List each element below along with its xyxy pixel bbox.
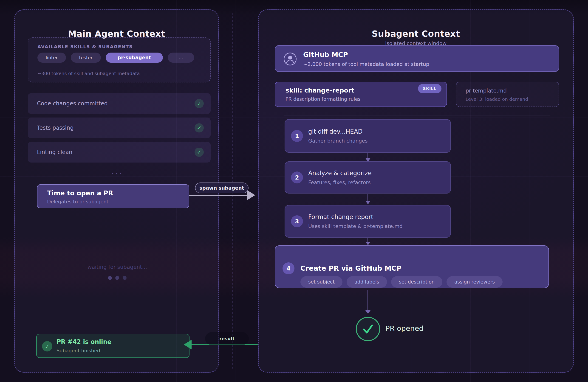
step-number-badge: 1 xyxy=(291,130,303,142)
flow-arrow-line xyxy=(368,290,368,311)
step-number-badge: 2 xyxy=(291,171,303,183)
skills-chip-row: linter tester pr-subagent ... xyxy=(38,53,194,63)
subagent-panel-title: Subagent Context xyxy=(259,29,573,39)
result-label: result xyxy=(205,332,249,345)
checklist-item-label: Tests passing xyxy=(37,125,74,131)
step-title: Format change report xyxy=(308,214,403,220)
loading-dots xyxy=(15,276,220,280)
task-card-subtitle: Delegates to pr-subagent xyxy=(47,199,108,204)
action-chip-add-labels: add labels xyxy=(347,276,387,288)
pr-online-title: PR #42 is online xyxy=(57,338,111,345)
spawn-arrow-line xyxy=(189,195,247,196)
pr-opened-check-icon xyxy=(356,317,380,341)
github-mcp-card: GitHub MCP ~2,000 tokens of tool metadat… xyxy=(275,45,559,72)
result-arrow-head-icon xyxy=(184,340,191,349)
skill-card-title: skill: change-report xyxy=(286,87,354,94)
waiting-for-subagent-text: waiting for subagent... xyxy=(15,264,220,270)
pr-online-subtitle: Subagent finished xyxy=(57,348,100,354)
template-card-subtitle: Level 3: loaded on demand xyxy=(465,96,528,102)
pr-online-card: ✓ PR #42 is online Subagent finished xyxy=(36,334,189,358)
step-title: git diff dev...HEAD xyxy=(308,128,368,135)
check-circle-icon: ✓ xyxy=(194,123,204,132)
spawn-subagent-label: spawn subagent xyxy=(195,182,249,193)
step-number-badge: 3 xyxy=(291,215,303,227)
mcp-card-subtitle: ~2,000 tokens of tool metadata loaded at… xyxy=(303,61,429,67)
step-1-git-diff: 1 git diff dev...HEAD Gather branch chan… xyxy=(285,119,451,153)
main-agent-context-panel: Main Agent Context AVAILABLE SKILLS & SU… xyxy=(14,9,219,373)
skill-card-subtitle: PR description formatting rules xyxy=(286,96,360,102)
skill-badge: SKILL xyxy=(418,84,441,93)
flow-arrow-head-icon xyxy=(365,310,371,314)
checklist-item-label: Code changes committed xyxy=(37,100,108,107)
checklist-item-code-committed: Code changes committed ✓ xyxy=(28,93,211,114)
task-card-title: Time to open a PR xyxy=(47,189,113,197)
pr-opened-label: PR opened xyxy=(385,324,423,332)
checklist-item-label: Linting clean xyxy=(37,149,72,155)
check-circle-icon: ✓ xyxy=(194,99,204,108)
skill-chip-more: ... xyxy=(168,53,194,63)
resources-divider xyxy=(284,115,550,116)
check-circle-icon: ✓ xyxy=(194,148,204,157)
step-title: Analyze & categorize xyxy=(308,170,372,177)
diagram-canvas: Main Agent Context AVAILABLE SKILLS & SU… xyxy=(0,0,588,382)
step-subtitle: Features, fixes, refactors xyxy=(308,180,372,185)
action-chip-assign-reviewers: assign reviewers xyxy=(446,276,503,288)
checklist-item-linting-clean: Linting clean ✓ xyxy=(28,142,211,162)
skill-template-connector xyxy=(447,94,456,94)
skill-chip-linter: linter xyxy=(38,53,66,63)
step-number-badge: 4 xyxy=(283,262,294,274)
skill-change-report-card: skill: change-report PR description form… xyxy=(275,82,447,107)
step-3-format-report: 3 Format change report Uses skill templa… xyxy=(285,205,451,238)
skills-box-label: AVAILABLE SKILLS & SUBAGENTS xyxy=(38,44,133,49)
available-skills-box: AVAILABLE SKILLS & SUBAGENTS linter test… xyxy=(28,38,211,82)
action-chip-set-description: set description xyxy=(391,276,443,288)
time-to-open-pr-card: Time to open a PR Delegates to pr-subage… xyxy=(37,184,189,208)
skills-box-footnote: ~300 tokens of skill and subagent metada… xyxy=(38,71,140,76)
flow-arrow-head-icon xyxy=(365,158,371,161)
subagent-context-panel: Subagent Context Isolated context window… xyxy=(258,9,574,373)
flow-arrow-head-icon xyxy=(365,201,371,204)
pr-template-card: pr-template.md Level 3: loaded on demand xyxy=(456,82,559,107)
step-2-analyze: 2 Analyze & categorize Features, fixes, … xyxy=(285,161,451,194)
user-avatar-icon xyxy=(283,52,297,66)
step-subtitle: Gather branch changes xyxy=(308,138,368,144)
action-chip-set-subject: set subject xyxy=(300,276,342,288)
step-4-create-pr: 4 Create PR via GitHub MCP set subject a… xyxy=(275,245,549,288)
timeline-ellipsis: ··· xyxy=(15,169,220,178)
skill-chip-pr-subagent: pr-subagent xyxy=(106,53,163,63)
flow-arrow-line xyxy=(368,153,368,159)
spawn-arrow-head-icon xyxy=(247,190,255,200)
template-card-title: pr-template.md xyxy=(465,88,507,94)
flow-arrow-head-icon xyxy=(365,242,371,245)
pr-action-chip-row: set subject add labels set description a… xyxy=(300,276,503,288)
skill-chip-tester: tester xyxy=(71,53,101,63)
checklist-item-tests-passing: Tests passing ✓ xyxy=(28,118,211,138)
check-circle-icon: ✓ xyxy=(42,341,52,351)
step-subtitle: Uses skill template & pr-template.md xyxy=(308,223,403,229)
mcp-card-title: GitHub MCP xyxy=(303,51,348,59)
flow-arrow-line xyxy=(368,194,368,201)
step-title: Create PR via GitHub MCP xyxy=(300,264,401,272)
